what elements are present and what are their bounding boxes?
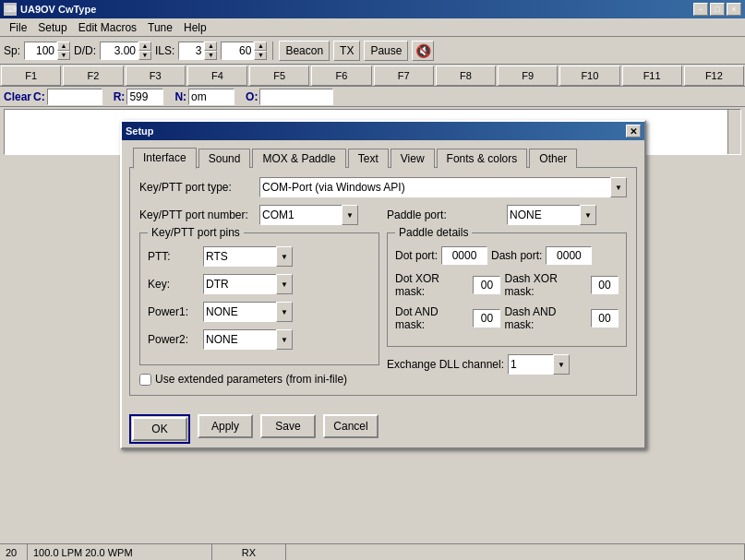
exchange-dll-select[interactable]: 123 [508,354,554,375]
ils-input[interactable] [178,42,204,60]
fkey-f6[interactable]: F6 [311,66,371,86]
power2-dropdown-btn[interactable]: ▼ [276,329,293,350]
fkey-f3[interactable]: F3 [126,66,186,86]
dd-down[interactable]: ▼ [138,51,151,60]
pause-button[interactable]: Pause [364,41,408,61]
ptt-row: PTT: RTSDTRNONE ▼ [148,246,371,267]
key-dropdown-btn[interactable]: ▼ [276,274,293,294]
dot-xor-input[interactable] [473,276,500,294]
n-label: N: [174,90,186,103]
keyptt-port-number-dropdown-btn[interactable]: ▼ [342,205,358,225]
dialog-close-button[interactable]: ✕ [626,125,641,137]
dot-port-row: Dot port: Dash port: [395,246,619,265]
menu-setup[interactable]: Setup [32,19,72,36]
tab-sound[interactable]: Sound [198,149,251,168]
right-panel: Paddle port: NONECOM1 ▼ Paddle details [387,205,627,386]
keyptt-port-type-row: Key/PTT port type: COM-Port (via Windows… [139,177,627,197]
r-label: R: [114,90,126,103]
ils-label: ILS: [155,44,174,57]
toolbar: Sp: ▲ ▼ D/D: ▲ ▼ ILS: ▲ ▼ ▲ ▼ Beacon TX [0,37,745,65]
tab-other[interactable]: Other [529,149,577,168]
dot-port-input[interactable] [441,246,487,265]
wpm-input[interactable] [221,42,254,60]
paddle-port-dropdown-btn[interactable]: ▼ [580,205,596,225]
dot-and-label: Dot AND mask: [395,305,469,331]
power2-select[interactable]: NONERTSDTR [203,329,277,350]
power1-select[interactable]: NONERTSDTR [203,302,277,322]
o-label: O: [246,90,258,103]
menu-bar: File Setup Edit Macros Tune Help [0,18,745,37]
fkey-f9[interactable]: F9 [498,66,558,86]
cancel-button[interactable]: Cancel [323,414,379,438]
fkey-f1[interactable]: F1 [1,66,61,86]
tab-view[interactable]: View [391,149,435,168]
minimize-button[interactable]: − [693,3,708,16]
tab-mox-paddle[interactable]: MOX & Paddle [252,149,345,168]
exchange-dll-dropdown-btn[interactable]: ▼ [553,354,570,375]
paddle-port-select[interactable]: NONECOM1 [507,205,581,225]
fkey-f7[interactable]: F7 [374,66,434,86]
o-input[interactable] [259,89,333,105]
scrollbar-v[interactable] [727,110,740,154]
apply-button[interactable]: Apply [198,414,253,438]
keyptt-port-type-dropdown-btn[interactable]: ▼ [610,177,627,197]
separator-1 [272,42,273,60]
menu-edit-macros[interactable]: Edit Macros [73,19,142,36]
tab-text[interactable]: Text [348,149,389,168]
ils-up[interactable]: ▲ [204,42,217,51]
dash-and-input[interactable] [591,309,619,328]
power1-dropdown-btn[interactable]: ▼ [276,302,293,322]
fkeys-row: F1 F2 F3 F4 F5 F6 F7 F8 F9 F10 F11 F12 [0,65,745,87]
status-panel-rx: RX [212,544,286,560]
dot-and-input[interactable] [473,309,500,328]
wpm-up[interactable]: ▲ [254,42,267,51]
fkey-f5[interactable]: F5 [249,66,309,86]
keyptt-port-type-select[interactable]: COM-Port (via Windows API) NONE [259,177,611,197]
dd-input[interactable] [100,42,138,60]
status-row: Clear C: R: N: O: [0,87,745,107]
keyptt-port-number-select[interactable]: COM1COM2 [259,205,342,225]
maximize-button[interactable]: □ [710,3,725,16]
wpm-spinbox[interactable]: ▲ ▼ [221,42,267,60]
tab-fonts-colors[interactable]: Fonts & colors [437,149,528,168]
ptt-dropdown-btn[interactable]: ▼ [276,246,293,267]
dd-spinbox[interactable]: ▲ ▼ [100,42,151,60]
sp-spinbox[interactable]: ▲ ▼ [24,42,70,60]
menu-file[interactable]: File [4,19,32,36]
key-select[interactable]: DTRRTSNONE [203,274,277,294]
power2-row: Power2: NONERTSDTR ▼ [148,329,371,350]
c-input[interactable] [47,89,102,105]
save-button[interactable]: Save [260,414,316,438]
fkey-f4[interactable]: F4 [187,66,247,86]
fkey-f10[interactable]: F10 [559,66,619,86]
tab-interface[interactable]: Interface [133,148,197,169]
r-input[interactable] [126,89,163,105]
dash-port-label: Dash port: [491,249,542,262]
close-button[interactable]: × [727,3,741,16]
ptt-select[interactable]: RTSDTRNONE [203,246,277,267]
tx-button[interactable]: TX [333,41,360,61]
dd-up[interactable]: ▲ [138,42,151,51]
menu-tune[interactable]: Tune [142,19,178,36]
fkey-f8[interactable]: F8 [436,66,496,86]
sp-down[interactable]: ▼ [57,51,70,60]
menu-help[interactable]: Help [178,19,212,36]
ok-button[interactable]: OK [132,417,187,441]
dash-xor-input[interactable] [591,276,619,294]
title-bar: ⌨ UA9OV CwType − □ × [0,0,745,18]
extended-params-checkbox[interactable] [139,374,151,386]
wpm-down[interactable]: ▼ [254,51,267,60]
n-input[interactable] [188,89,234,105]
dialog-title-text: Setup [126,125,154,137]
fkey-f12[interactable]: F12 [684,66,744,86]
beacon-button[interactable]: Beacon [279,41,330,61]
sp-input[interactable] [24,42,57,60]
fkey-f2[interactable]: F2 [63,66,123,86]
sp-up[interactable]: ▲ [57,42,70,51]
ils-down[interactable]: ▼ [204,51,217,60]
mute-button[interactable]: 🔇 [412,41,434,61]
extended-params-label: Use extended parameters (from ini-file) [155,373,347,386]
ils-spinbox[interactable]: ▲ ▼ [178,42,217,60]
fkey-f11[interactable]: F11 [622,66,682,86]
dash-port-input[interactable] [546,246,592,265]
